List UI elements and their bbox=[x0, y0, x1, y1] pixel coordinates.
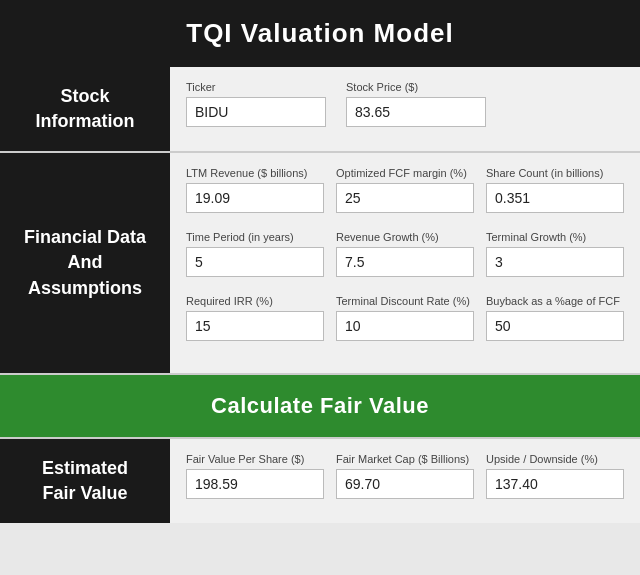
share-count-input[interactable] bbox=[486, 183, 624, 213]
upside-downside-group: Upside / Downside (%) bbox=[486, 453, 624, 499]
ticker-input[interactable] bbox=[186, 97, 326, 127]
fair-market-cap-input[interactable] bbox=[336, 469, 474, 499]
buyback-group: Buyback as a %age of FCF bbox=[486, 295, 624, 341]
financial-section-content: LTM Revenue ($ billions) Optimized FCF m… bbox=[170, 153, 640, 373]
fair-value-per-share-group: Fair Value Per Share ($) bbox=[186, 453, 324, 499]
fair-value-per-share-input[interactable] bbox=[186, 469, 324, 499]
fair-value-per-share-label: Fair Value Per Share ($) bbox=[186, 453, 324, 465]
fair-market-cap-group: Fair Market Cap ($ Billions) bbox=[336, 453, 474, 499]
financial-row-2: Time Period (in years) Revenue Growth (%… bbox=[186, 231, 624, 287]
terminal-discount-group: Terminal Discount Rate (%) bbox=[336, 295, 474, 341]
revenue-growth-label: Revenue Growth (%) bbox=[336, 231, 474, 243]
revenue-growth-input[interactable] bbox=[336, 247, 474, 277]
fcf-margin-input[interactable] bbox=[336, 183, 474, 213]
stock-section-content: Ticker Stock Price ($) bbox=[170, 67, 640, 151]
terminal-growth-group: Terminal Growth (%) bbox=[486, 231, 624, 277]
time-period-label: Time Period (in years) bbox=[186, 231, 324, 243]
time-period-group: Time Period (in years) bbox=[186, 231, 324, 277]
ticker-field-group: Ticker bbox=[186, 81, 326, 127]
terminal-growth-input[interactable] bbox=[486, 247, 624, 277]
stock-information-section: StockInformation Ticker Stock Price ($) bbox=[0, 67, 640, 153]
financial-data-section: Financial DataAndAssumptions LTM Revenue… bbox=[0, 153, 640, 375]
calculate-fair-value-button[interactable]: Calculate Fair Value bbox=[0, 375, 640, 437]
required-irr-group: Required IRR (%) bbox=[186, 295, 324, 341]
share-count-group: Share Count (in billions) bbox=[486, 167, 624, 213]
buyback-label: Buyback as a %age of FCF bbox=[486, 295, 624, 307]
fcf-margin-label: Optimized FCF margin (%) bbox=[336, 167, 474, 179]
required-irr-label: Required IRR (%) bbox=[186, 295, 324, 307]
page-header: TQI Valuation Model bbox=[0, 0, 640, 67]
financial-row-1: LTM Revenue ($ billions) Optimized FCF m… bbox=[186, 167, 624, 223]
ticker-label: Ticker bbox=[186, 81, 326, 93]
upside-downside-label: Upside / Downside (%) bbox=[486, 453, 624, 465]
buyback-input[interactable] bbox=[486, 311, 624, 341]
results-section: EstimatedFair Value Fair Value Per Share… bbox=[0, 437, 640, 523]
upside-downside-input[interactable] bbox=[486, 469, 624, 499]
time-period-input[interactable] bbox=[186, 247, 324, 277]
stock-price-input[interactable] bbox=[346, 97, 486, 127]
required-irr-input[interactable] bbox=[186, 311, 324, 341]
stock-section-label: StockInformation bbox=[0, 67, 170, 151]
fcf-margin-group: Optimized FCF margin (%) bbox=[336, 167, 474, 213]
terminal-growth-label: Terminal Growth (%) bbox=[486, 231, 624, 243]
share-count-label: Share Count (in billions) bbox=[486, 167, 624, 179]
terminal-discount-label: Terminal Discount Rate (%) bbox=[336, 295, 474, 307]
stock-price-label: Stock Price ($) bbox=[346, 81, 486, 93]
ltm-revenue-input[interactable] bbox=[186, 183, 324, 213]
page-title: TQI Valuation Model bbox=[186, 18, 453, 48]
fair-market-cap-label: Fair Market Cap ($ Billions) bbox=[336, 453, 474, 465]
results-section-label: EstimatedFair Value bbox=[0, 439, 170, 523]
terminal-discount-input[interactable] bbox=[336, 311, 474, 341]
revenue-growth-group: Revenue Growth (%) bbox=[336, 231, 474, 277]
stock-price-field-group: Stock Price ($) bbox=[346, 81, 486, 127]
financial-row-3: Required IRR (%) Terminal Discount Rate … bbox=[186, 295, 624, 351]
financial-section-label: Financial DataAndAssumptions bbox=[0, 153, 170, 373]
ltm-revenue-label: LTM Revenue ($ billions) bbox=[186, 167, 324, 179]
results-content: Fair Value Per Share ($) Fair Market Cap… bbox=[170, 439, 640, 523]
ltm-revenue-group: LTM Revenue ($ billions) bbox=[186, 167, 324, 213]
